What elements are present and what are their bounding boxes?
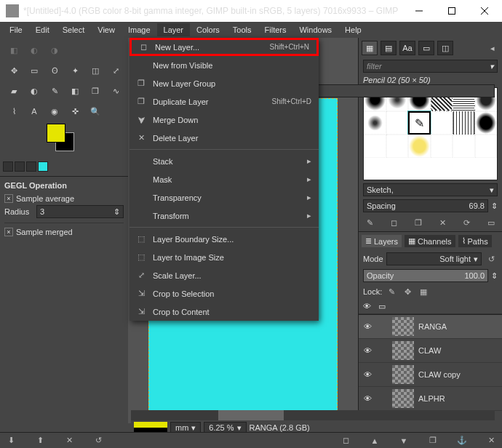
brush-category-select[interactable]: Sketch,▾ xyxy=(363,183,498,196)
menu-item-layer-to-image-size[interactable]: ⬚Layer to Image Size xyxy=(130,248,319,266)
layer-name-label[interactable]: CLAW copy xyxy=(418,370,461,379)
menu-help[interactable]: Help xyxy=(338,23,368,36)
path-tool-icon[interactable]: ⌇ xyxy=(6,103,22,119)
menu-item-stack[interactable]: Stack▸ xyxy=(130,152,319,170)
crop-tool-icon[interactable]: ◫ xyxy=(87,63,103,79)
fg-color-swatch[interactable] xyxy=(47,124,65,143)
menu-windows[interactable]: Windows xyxy=(292,23,338,36)
lock-pixels-icon[interactable]: ✎ xyxy=(385,286,398,297)
lock-position-icon[interactable]: ✥ xyxy=(401,286,414,297)
zoom-tool-icon[interactable]: 🔍 xyxy=(87,103,103,119)
menu-item-transparency[interactable]: Transparency▸ xyxy=(130,188,319,207)
text-tool-icon[interactable]: A xyxy=(26,103,42,119)
dup-brush-icon[interactable]: ❐ xyxy=(412,217,425,228)
delete-brush-icon[interactable]: ✕ xyxy=(436,217,449,228)
brush-filter-input[interactable]: filter ▾ xyxy=(363,60,498,73)
brushes-tab-icon[interactable]: ▦ xyxy=(362,41,378,55)
smudge-tool-icon[interactable]: ∿ xyxy=(108,83,124,99)
gradients-tab-icon[interactable]: ◫ xyxy=(437,41,453,55)
menu-item-new-layer-group[interactable]: ❐New Layer Group xyxy=(130,74,319,92)
new-brush-icon[interactable]: ◻ xyxy=(387,217,400,228)
menu-item-crop-to-selection[interactable]: ⇲Crop to Selection xyxy=(130,284,319,303)
dropdown-icon[interactable]: ▾ xyxy=(490,62,494,71)
bb-icon[interactable]: ✕ xyxy=(63,435,76,447)
horizontal-scrollbar[interactable] xyxy=(131,410,495,420)
dock-icon[interactable]: ◐ xyxy=(26,42,42,58)
layer-name-label[interactable]: CLAW xyxy=(418,346,441,355)
panel-menu-icon[interactable]: ◂ xyxy=(486,42,499,54)
bb-icon[interactable]: ▲ xyxy=(368,435,381,447)
menu-item-delete-layer[interactable]: ✕Delete Layer xyxy=(130,129,319,147)
menu-view[interactable]: View xyxy=(91,23,121,36)
clone-tool-icon[interactable]: ❐ xyxy=(87,83,103,99)
menu-layer[interactable]: Layer xyxy=(157,23,191,36)
gradient-tool-icon[interactable]: ◐ xyxy=(26,83,42,99)
visibility-eye-icon[interactable]: 👁 xyxy=(362,394,373,403)
spacing-slider[interactable]: Spacing69.8 xyxy=(363,199,488,212)
layer-thumbnail[interactable] xyxy=(392,365,414,384)
layer-name-label[interactable]: RANGA xyxy=(418,322,447,331)
menu-item-merge-down[interactable]: ⮟Merge Down xyxy=(130,111,319,129)
move-tool-icon[interactable]: ✥ xyxy=(6,63,22,79)
opacity-slider[interactable]: Opacity100.0 xyxy=(363,269,488,282)
layer-thumbnail[interactable] xyxy=(392,389,414,408)
bb-icon[interactable]: ↺ xyxy=(92,435,105,447)
tab-paths[interactable]: ⌇ Paths xyxy=(458,235,492,247)
lock-alpha-icon[interactable]: ▦ xyxy=(417,286,430,297)
swatch-tab[interactable] xyxy=(3,161,13,172)
swatch-tab[interactable] xyxy=(38,161,48,172)
remove-option-icon[interactable]: × xyxy=(4,228,13,236)
bb-icon[interactable]: ❐ xyxy=(426,435,439,447)
bb-icon[interactable]: ⬆ xyxy=(33,435,47,447)
visibility-eye-icon[interactable]: 👁 xyxy=(362,346,373,355)
eraser-tool-icon[interactable]: ◧ xyxy=(67,83,83,99)
menu-item-duplicate-layer[interactable]: ❐Duplicate LayerShift+Ctrl+D xyxy=(130,92,319,111)
refresh-brush-icon[interactable]: ⟳ xyxy=(461,217,474,228)
layer-row[interactable]: 👁RANGA xyxy=(359,315,502,339)
menu-item-new-from-visible[interactable]: New from Visible xyxy=(130,56,319,74)
measure-tool-icon[interactable]: ✜ xyxy=(67,103,83,119)
menu-image[interactable]: Image xyxy=(121,23,157,36)
bb-icon[interactable]: ✕ xyxy=(485,435,498,447)
spinner-icon[interactable]: ⇕ xyxy=(491,201,498,211)
dock-icon[interactable]: ◧ xyxy=(6,42,22,58)
bb-icon[interactable]: ⚓ xyxy=(455,435,469,447)
open-brush-icon[interactable]: ▭ xyxy=(485,217,498,228)
layer-row[interactable]: 👁CLAW copy xyxy=(359,363,502,387)
pencil-tool-icon[interactable]: ✎ xyxy=(47,83,63,99)
menu-colors[interactable]: Colors xyxy=(190,23,226,36)
close-button[interactable] xyxy=(468,0,501,22)
spinner-icon[interactable]: ⇕ xyxy=(113,207,120,217)
rect-select-tool-icon[interactable]: ▭ xyxy=(26,63,42,79)
swatch-tab[interactable] xyxy=(15,161,25,172)
menu-item-layer-boundary-size-[interactable]: ⬚Layer Boundary Size... xyxy=(130,230,319,248)
menu-edit[interactable]: Edit xyxy=(29,23,56,36)
picker-tool-icon[interactable]: ◉ xyxy=(47,103,63,119)
mode-reset-icon[interactable]: ↺ xyxy=(485,253,498,265)
bb-icon[interactable]: ◻ xyxy=(339,435,352,447)
minimize-button[interactable] xyxy=(402,0,435,22)
menu-item-scale-layer-[interactable]: ⤢Scale Layer... xyxy=(130,266,319,284)
layer-row[interactable]: 👁CLAW xyxy=(359,339,502,363)
layer-name-label[interactable]: ALPHR xyxy=(418,394,445,403)
dock-icon[interactable]: ◑ xyxy=(47,42,63,58)
menu-item-new-layer-[interactable]: ◻New Layer...Shift+Ctrl+N xyxy=(130,38,319,56)
menu-select[interactable]: Select xyxy=(56,23,92,36)
transform-tool-icon[interactable]: ⤢ xyxy=(108,63,124,79)
bb-icon[interactable]: ⬇ xyxy=(4,435,17,447)
menu-item-mask[interactable]: Mask▸ xyxy=(130,170,319,188)
swatch-tab[interactable] xyxy=(26,161,36,172)
bucket-tool-icon[interactable]: ▰ xyxy=(6,83,22,99)
brush-grid[interactable]: ✎ xyxy=(363,87,498,180)
menu-filters[interactable]: Filters xyxy=(258,23,293,36)
visibility-eye-icon[interactable]: 👁 xyxy=(362,370,373,379)
menu-tools[interactable]: Tools xyxy=(226,23,258,36)
menu-file[interactable]: File xyxy=(3,23,29,36)
color-indicator[interactable] xyxy=(47,124,83,153)
wand-tool-icon[interactable]: ✦ xyxy=(67,63,83,79)
bb-icon[interactable]: ▼ xyxy=(397,435,410,447)
fonts-tab-icon[interactable]: Aa xyxy=(399,41,415,55)
edit-brush-icon[interactable]: ✎ xyxy=(363,217,376,228)
visibility-eye-icon[interactable]: 👁 xyxy=(362,322,373,331)
history-tab-icon[interactable]: ▭ xyxy=(418,41,434,55)
